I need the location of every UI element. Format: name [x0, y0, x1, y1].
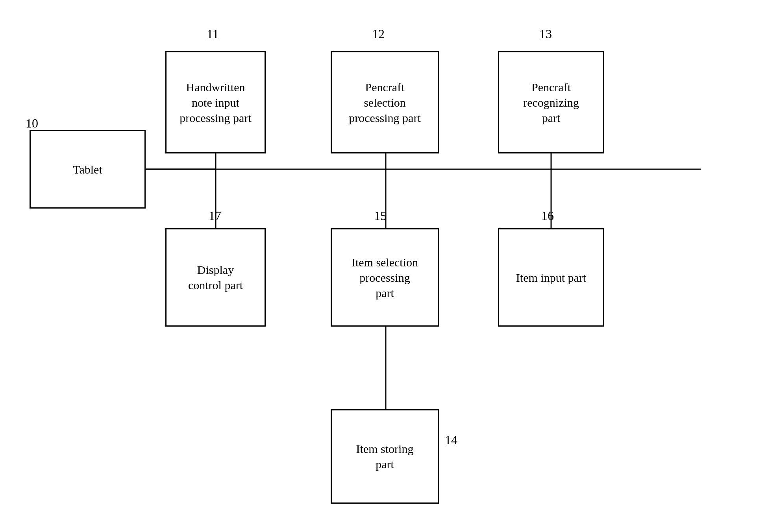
- item-input-id: 16: [541, 209, 554, 223]
- item-input-box: Item input part: [498, 228, 604, 327]
- item-storing-box: Item storing part: [331, 409, 439, 504]
- pencraft-recognizing-id: 13: [539, 27, 552, 41]
- pencraft-recognizing-box: Pencraft recognizing part: [498, 51, 604, 153]
- item-selection-id: 15: [374, 209, 387, 223]
- item-selection-box: Item selection processing part: [331, 228, 439, 327]
- tablet-id: 10: [26, 116, 38, 131]
- handwritten-id: 11: [207, 27, 219, 41]
- pencraft-selection-box: Pencraft selection processing part: [331, 51, 439, 153]
- tablet-box: Tablet: [30, 130, 146, 209]
- pencraft-selection-id: 12: [372, 27, 385, 41]
- handwritten-box: Handwritten note input processing part: [165, 51, 266, 153]
- display-control-box: Display control part: [165, 228, 266, 327]
- item-storing-id: 14: [445, 433, 457, 447]
- display-control-id: 17: [209, 209, 221, 223]
- diagram: Tablet 10 Handwritten note input process…: [0, 0, 768, 532]
